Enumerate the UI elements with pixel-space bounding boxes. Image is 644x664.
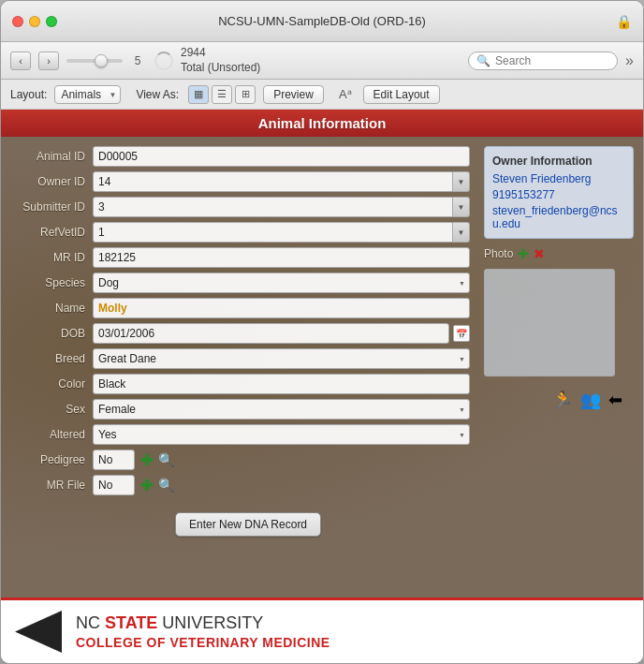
submitter-id-wrap: ▼ bbox=[93, 197, 470, 217]
submitter-id-row: Submitter ID ▼ bbox=[10, 197, 470, 217]
mr-id-row: MR ID bbox=[10, 247, 470, 268]
toolbar-forward-icon[interactable]: » bbox=[625, 52, 634, 69]
owner-info-box: Owner Information Steven Friedenberg 919… bbox=[484, 146, 634, 239]
photo-add-icon[interactable]: ✚ bbox=[518, 246, 529, 261]
sex-select[interactable]: Female Male bbox=[93, 399, 470, 420]
pedigree-input[interactable] bbox=[93, 450, 135, 470]
mr-id-input[interactable] bbox=[93, 247, 470, 268]
owner-id-input[interactable] bbox=[93, 171, 453, 192]
altered-select-wrap: Yes No bbox=[93, 424, 470, 445]
mr-id-label: MR ID bbox=[10, 251, 93, 264]
photo-remove-icon[interactable]: ✖ bbox=[534, 246, 545, 261]
owner-id-dropdown[interactable]: ▼ bbox=[453, 171, 470, 192]
mr-file-input[interactable] bbox=[93, 475, 135, 495]
color-input[interactable] bbox=[93, 374, 470, 394]
animal-id-row: Animal ID bbox=[10, 146, 470, 167]
footer-text: NC STATE UNIVERSITY COLLEGE OF VETERINAR… bbox=[76, 612, 330, 652]
owner-info-title: Owner Information bbox=[492, 155, 625, 168]
group-icon[interactable]: 👥 bbox=[580, 390, 601, 410]
record-slider[interactable] bbox=[66, 59, 123, 63]
forward-button[interactable]: › bbox=[38, 52, 59, 70]
ref-vet-id-input[interactable] bbox=[93, 222, 453, 243]
back-button[interactable]: ‹ bbox=[10, 52, 31, 70]
edit-layout-button[interactable]: Edit Layout bbox=[363, 85, 440, 104]
photo-section: Photo ✚ ✖ bbox=[484, 246, 634, 261]
ref-vet-id-dropdown[interactable]: ▼ bbox=[453, 222, 470, 243]
view-list-button[interactable]: ☰ bbox=[212, 85, 232, 104]
view-table-button[interactable]: ⊞ bbox=[235, 85, 256, 104]
total-label: Total (Unsorted) bbox=[181, 61, 260, 76]
breed-label: Breed bbox=[10, 352, 93, 365]
search-input[interactable] bbox=[495, 54, 609, 67]
animal-id-input[interactable] bbox=[93, 146, 470, 167]
altered-select[interactable]: Yes No bbox=[93, 424, 470, 445]
ref-vet-id-label: RefVetID bbox=[10, 226, 93, 239]
main-content: Animal Information Animal ID Owner ID ▼ bbox=[1, 110, 643, 598]
owner-id-label: Owner ID bbox=[10, 175, 93, 188]
dob-label: DOB bbox=[10, 327, 93, 340]
sex-row: Sex Female Male bbox=[10, 399, 470, 420]
altered-label: Altered bbox=[10, 428, 93, 441]
form-section: Animal ID Owner ID ▼ Submitter ID bbox=[10, 146, 470, 537]
title-bar: NCSU-UMN-SampleDB-Old (ORD-16) 🔒 bbox=[1, 1, 643, 42]
bottom-icons: 🏃 👥 ⬅ bbox=[484, 384, 634, 416]
search-box[interactable]: 🔍 bbox=[468, 52, 618, 70]
content-area: Animal ID Owner ID ▼ Submitter ID bbox=[1, 137, 643, 546]
search-icon: 🔍 bbox=[476, 54, 490, 67]
submitter-id-input[interactable] bbox=[93, 197, 453, 217]
owner-id-wrap: ▼ bbox=[93, 171, 470, 192]
color-label: Color bbox=[10, 377, 93, 391]
loading-spinner bbox=[154, 52, 173, 70]
pedigree-search-icon[interactable]: 🔍 bbox=[158, 452, 174, 467]
pedigree-input-wrap: ✚ 🔍 bbox=[93, 450, 174, 470]
maximize-button[interactable] bbox=[46, 16, 57, 27]
person-add-icon[interactable]: 🏃 bbox=[552, 390, 573, 410]
record-number: 5 bbox=[128, 54, 147, 67]
layout-select[interactable]: Animals bbox=[54, 85, 121, 104]
breed-row: Breed Great Dane bbox=[10, 348, 470, 369]
mr-file-input-wrap: ✚ 🔍 bbox=[93, 475, 174, 495]
total-count: 2944 bbox=[181, 46, 260, 61]
footer: NC STATE UNIVERSITY COLLEGE OF VETERINAR… bbox=[1, 598, 643, 663]
total-info: 2944 Total (Unsorted) bbox=[181, 46, 260, 75]
breed-select-wrap: Great Dane bbox=[93, 348, 470, 369]
footer-arrow-icon bbox=[15, 611, 62, 653]
species-select-wrap: Dog Cat bbox=[93, 273, 470, 293]
mr-file-row: MR File ✚ 🔍 bbox=[10, 475, 470, 495]
mr-file-add-icon[interactable]: ✚ bbox=[140, 477, 153, 494]
pedigree-label: Pedigree bbox=[10, 453, 93, 466]
pedigree-add-icon[interactable]: ✚ bbox=[140, 451, 153, 469]
preview-button[interactable]: Preview bbox=[263, 85, 324, 104]
sex-select-wrap: Female Male bbox=[93, 399, 470, 420]
breed-select[interactable]: Great Dane bbox=[93, 348, 470, 369]
owner-id-row: Owner ID ▼ bbox=[10, 171, 470, 192]
submitter-id-dropdown[interactable]: ▼ bbox=[453, 197, 470, 217]
layout-select-wrap: Animals bbox=[54, 85, 121, 104]
record-slider-area: 5 bbox=[66, 54, 147, 67]
species-label: Species bbox=[10, 276, 93, 289]
view-form-button[interactable]: ▦ bbox=[188, 85, 209, 104]
window-title: NCSU-UMN-SampleDB-Old (ORD-16) bbox=[218, 14, 426, 28]
layout-label: Layout: bbox=[10, 88, 47, 101]
species-row: Species Dog Cat bbox=[10, 273, 470, 293]
species-select[interactable]: Dog Cat bbox=[93, 273, 470, 293]
back-arrow-icon[interactable]: ⬅ bbox=[608, 390, 622, 410]
footer-nc-state: NC STATE UNIVERSITY bbox=[76, 612, 330, 634]
name-row: Name bbox=[10, 298, 470, 318]
dna-button[interactable]: Enter New DNA Record bbox=[175, 512, 321, 537]
name-input[interactable] bbox=[93, 298, 470, 318]
calendar-icon[interactable]: 📅 bbox=[453, 325, 470, 342]
minimize-button[interactable] bbox=[29, 16, 40, 27]
mr-file-search-icon[interactable]: 🔍 bbox=[158, 478, 174, 493]
mr-file-label: MR File bbox=[10, 479, 93, 492]
section-header: Animal Information bbox=[1, 110, 643, 137]
app-window: NCSU-UMN-SampleDB-Old (ORD-16) 🔒 ‹ › 5 2… bbox=[0, 0, 644, 664]
dob-input[interactable] bbox=[93, 323, 449, 344]
photo-box bbox=[484, 269, 615, 376]
owner-email: steven_friedenberg@ncsu.edu bbox=[492, 204, 625, 230]
ref-vet-id-wrap: ▼ bbox=[93, 222, 470, 243]
view-icons: ▦ ☰ ⊞ bbox=[188, 85, 256, 104]
submitter-id-label: Submitter ID bbox=[10, 200, 93, 214]
close-button[interactable] bbox=[12, 16, 23, 27]
lock-icon: 🔒 bbox=[616, 14, 632, 29]
